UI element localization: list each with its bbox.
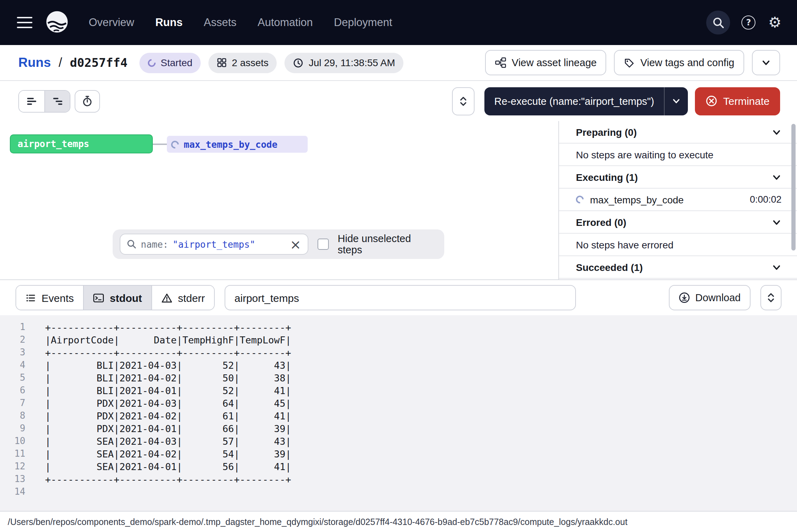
tab-stderr-label: stderr	[178, 292, 205, 304]
log-line: 4| BLI|2021-04-03| 52| 43|	[0, 359, 797, 372]
view-asset-lineage-button[interactable]: View asset lineage	[485, 50, 607, 75]
assets-badge-label: 2 assets	[232, 57, 269, 68]
section-errored-title: Errored (0)	[576, 216, 626, 228]
tab-stdout[interactable]: stdout	[83, 286, 151, 310]
terminate-button[interactable]: Terminate	[695, 87, 780, 115]
run-id: d0257ff4	[70, 56, 128, 70]
section-errored[interactable]: Errored (0)	[559, 211, 797, 234]
line-number: 4	[0, 359, 32, 372]
line-number: 10	[0, 435, 32, 448]
log-line: 14	[0, 486, 797, 498]
log-line: 2|AirportCode| Date|TempHighF|TempLowF|	[0, 334, 797, 346]
up-down-chevrons-icon	[766, 292, 776, 303]
nav-item-runs[interactable]: Runs	[155, 16, 183, 29]
line-text: | BLI|2021-04-01| 52| 41|	[32, 384, 291, 397]
log-line: 7| PDX|2021-04-03| 64| 45|	[0, 397, 797, 410]
nav-item-assets[interactable]: Assets	[204, 16, 237, 29]
header-more-actions-button[interactable]	[752, 50, 780, 75]
dagster-run-page: Overview Runs Assets Automation Deployme…	[0, 0, 797, 532]
line-text: | SEA|2021-04-01| 56| 41|	[32, 460, 291, 473]
executing-step-row: max_temps_by_code 0:00:02	[559, 189, 797, 211]
log-line: 12| SEA|2021-04-01| 56| 41|	[0, 460, 797, 473]
search-icon	[712, 17, 724, 28]
step-status-sidebar: Preparing (0) No steps are waiting to ex…	[558, 121, 797, 279]
dagster-logo-icon	[44, 9, 70, 36]
re-execute-button[interactable]: Re-execute (name:"airport_temps")	[484, 87, 664, 115]
run-status-badge: Started	[139, 52, 201, 73]
log-step-filter-input[interactable]	[225, 285, 576, 310]
chevron-down-icon	[772, 262, 782, 272]
line-number: 9	[0, 422, 32, 435]
clock-icon	[293, 57, 304, 68]
line-number: 11	[0, 448, 32, 460]
line-number: 14	[0, 486, 32, 498]
breadcrumb-runs-link[interactable]: Runs	[18, 55, 51, 70]
view-mode-flat-button[interactable]	[19, 90, 44, 112]
download-button[interactable]: Download	[669, 285, 751, 310]
search-button[interactable]	[706, 11, 730, 34]
section-preparing[interactable]: Preparing (0)	[559, 121, 797, 144]
section-executing-title: Executing (1)	[576, 171, 638, 183]
primary-nav: Overview Runs Assets Automation Deployme…	[89, 16, 392, 29]
line-number: 7	[0, 397, 32, 410]
log-line: 1+-----------+----------+---------+-----…	[0, 321, 797, 334]
step-filter-input[interactable]: name: "airport_temps" ×	[120, 234, 308, 255]
section-succeeded[interactable]: Succeeded (1)	[559, 256, 797, 279]
line-number: 6	[0, 384, 32, 397]
tab-stderr[interactable]: stderr	[151, 286, 214, 310]
line-text: +-----------+----------+---------+------…	[32, 321, 291, 334]
line-number: 1	[0, 321, 32, 334]
line-number: 5	[0, 372, 32, 384]
terminate-icon	[705, 95, 717, 107]
timestamp-label: Jul 29, 11:38:55 AM	[309, 57, 395, 68]
chevron-down-icon	[772, 172, 782, 182]
hamburger-menu-icon[interactable]	[17, 17, 32, 28]
view-mode-toggle	[18, 90, 70, 112]
gear-icon[interactable]: ⚙	[767, 15, 783, 30]
view-mode-waterfall-button[interactable]	[44, 90, 70, 112]
hide-unselected-checkbox[interactable]	[317, 239, 328, 250]
tab-events[interactable]: Events	[16, 286, 83, 310]
nav-item-overview[interactable]: Overview	[89, 16, 134, 29]
log-line: 11| SEA|2021-04-02| 54| 39|	[0, 448, 797, 460]
log-panel: Events stdout stderr	[0, 279, 797, 511]
line-text: | SEA|2021-04-02| 54| 39|	[32, 448, 291, 460]
nav-item-deployment[interactable]: Deployment	[334, 16, 392, 29]
assets-badge[interactable]: 2 assets	[209, 52, 277, 73]
expand-collapse-panel-button[interactable]	[452, 87, 475, 115]
re-execute-dropdown-button[interactable]	[664, 87, 688, 115]
help-icon[interactable]: ?	[741, 15, 755, 30]
filter-key-text: name:	[141, 239, 168, 249]
line-text: |AirportCode| Date|TempHighF|TempLowF|	[32, 334, 291, 346]
tag-icon	[624, 57, 635, 68]
nav-item-automation[interactable]: Automation	[258, 16, 313, 29]
terminal-icon	[93, 292, 104, 303]
errored-empty-row: No steps have errored	[559, 234, 797, 256]
view-asset-lineage-label: View asset lineage	[512, 57, 597, 68]
executing-spinner-icon	[575, 194, 585, 205]
log-expand-button[interactable]	[760, 285, 782, 310]
step-node-max-temps-by-code[interactable]: max_temps_by_code	[167, 136, 308, 153]
running-step-label: max_temps_by_code	[184, 139, 277, 150]
search-icon	[127, 239, 137, 249]
run-controls: Re-execute (name:"airport_temps") Termin…	[0, 81, 797, 121]
log-line: 3+-----------+----------+---------+-----…	[0, 346, 797, 359]
line-text	[32, 486, 45, 498]
download-icon	[678, 292, 690, 303]
step-node-airport-temps[interactable]: airport_temps	[10, 134, 153, 153]
clear-filter-icon[interactable]: ×	[290, 238, 301, 251]
section-executing[interactable]: Executing (1)	[559, 166, 797, 189]
log-line: 8| PDX|2021-04-02| 61| 41|	[0, 410, 797, 422]
section-succeeded-title: Succeeded (1)	[576, 261, 643, 273]
chevron-down-icon	[772, 217, 782, 227]
view-tags-config-button[interactable]: View tags and config	[614, 50, 744, 75]
run-header: Runs / d0257ff4 Started 2 assets Jul 29,…	[0, 45, 797, 81]
sidebar-scrollbar[interactable]	[791, 124, 796, 251]
tab-stdout-label: stdout	[110, 292, 142, 304]
toggle-timing-button[interactable]	[75, 90, 100, 112]
executing-step-link[interactable]: max_temps_by_code	[590, 194, 684, 205]
up-down-chevrons-icon	[458, 95, 468, 107]
chevron-down-icon	[761, 58, 771, 68]
dagster-logo[interactable]	[44, 9, 70, 36]
gantt-flat-icon	[26, 95, 37, 107]
